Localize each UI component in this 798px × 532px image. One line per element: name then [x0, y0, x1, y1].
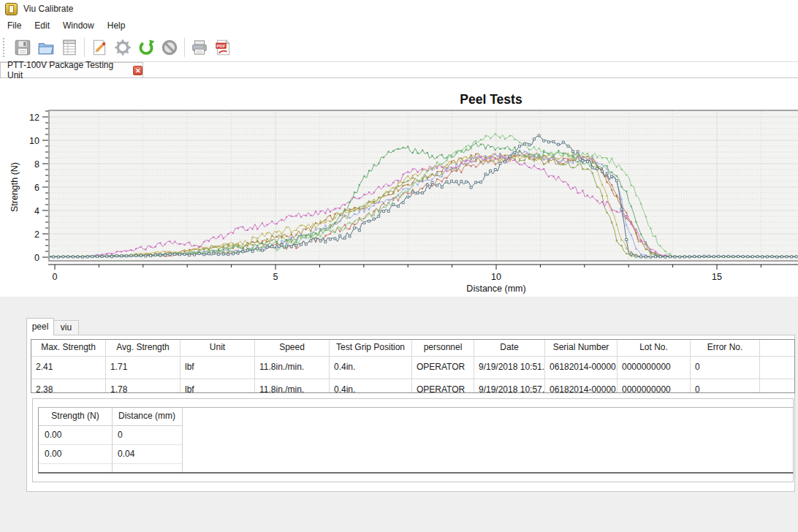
save-button[interactable]	[12, 37, 34, 58]
edit-pencil-icon	[90, 38, 109, 57]
column-header[interactable]: Test Grip Position	[330, 340, 412, 356]
column-header[interactable]: Strength (N)	[39, 408, 112, 425]
window-title: Viu Calibrate	[23, 4, 73, 14]
toolbar: PDF	[0, 34, 798, 62]
detail-row[interactable]: 0.000.04	[39, 445, 183, 464]
cell: 1.71	[106, 357, 180, 379]
svg-text:6: 6	[34, 183, 39, 193]
svg-text:PDF: PDF	[217, 44, 226, 48]
cell: lbf	[180, 357, 255, 379]
column-header[interactable]: Avg. Strength	[106, 340, 180, 356]
cell: 11.8in./min.	[255, 379, 330, 393]
detail-table: Strength (N)Distance (mm)0.0000.000.04	[38, 407, 794, 474]
title-bar: Viu Calibrate	[0, 0, 798, 18]
refresh-button[interactable]	[135, 37, 157, 58]
tab-close-icon[interactable]: ✕	[133, 66, 142, 75]
svg-text:5: 5	[273, 272, 278, 282]
svg-text:0: 0	[34, 253, 39, 263]
menu-window[interactable]: Window	[56, 19, 101, 32]
cell: 2.41	[31, 357, 106, 379]
cell: OPERATOR	[412, 357, 474, 379]
svg-text:2: 2	[34, 229, 39, 240]
svg-text:10: 10	[491, 272, 501, 282]
cell: 0.4in.	[330, 357, 412, 379]
settings-button[interactable]	[112, 37, 134, 58]
column-header[interactable]: Error No.	[691, 340, 760, 356]
detail-header-row: Strength (N)Distance (mm)	[39, 408, 183, 426]
toolbar-grip[interactable]	[3, 38, 7, 57]
app-icon	[5, 3, 18, 15]
cell: 0.4in.	[330, 379, 412, 393]
cell: 0000000000	[618, 357, 691, 379]
cell: 11.8in./min.	[255, 357, 330, 379]
column-header[interactable]: Unit	[180, 340, 255, 356]
tab-viu[interactable]: viu	[54, 320, 79, 335]
menu-bar: File Edit Window Help	[0, 18, 798, 34]
table-header-row: Max. StrengthAvg. StrengthUnitSpeedTest …	[31, 340, 795, 357]
cell: 0	[112, 426, 182, 444]
pdf-icon: PDF	[213, 38, 232, 57]
cancel-button[interactable]	[159, 37, 180, 58]
toolbar-separator	[184, 38, 185, 57]
open-folder-icon	[37, 38, 56, 57]
svg-text:Peel Tests: Peel Tests	[460, 92, 522, 107]
svg-text:8: 8	[34, 159, 39, 170]
peel-table: Max. StrengthAvg. StrengthUnitSpeedTest …	[31, 339, 795, 393]
svg-text:4: 4	[34, 206, 39, 216]
tab-ptt-100v[interactable]: PTT-100V Package Testing Unit ✕	[0, 62, 143, 77]
cell: 9/19/2018 10:51...	[474, 357, 545, 379]
column-header[interactable]: personnel	[412, 340, 474, 356]
cell: 0	[691, 379, 760, 393]
svg-text:15: 15	[712, 272, 722, 282]
refresh-icon	[137, 38, 156, 57]
print-icon	[190, 38, 209, 57]
cell: 2.38	[31, 379, 106, 393]
cancel-icon	[160, 38, 179, 57]
table-row[interactable]: 2.381.78lbf11.8in./min.0.4in.OPERATOR9/1…	[31, 379, 795, 393]
cell: OPERATOR	[412, 379, 474, 393]
tab-peel[interactable]: peel	[26, 318, 54, 335]
cell: 9/19/2018 10:57...	[474, 379, 545, 393]
cell: lbf	[180, 379, 255, 393]
column-header[interactable]: Max. Strength	[31, 340, 106, 356]
open-button[interactable]	[35, 37, 57, 58]
settings-gear-icon	[113, 38, 132, 57]
document-tabstrip: PTT-100V Package Testing Unit ✕	[0, 62, 798, 78]
report-sheet-icon	[60, 38, 79, 57]
svg-text:10: 10	[29, 136, 39, 146]
cell: 0.00	[39, 445, 112, 463]
table-row[interactable]: 2.411.71lbf11.8in./min.0.4in.OPERATOR9/1…	[31, 357, 795, 379]
print-button[interactable]	[189, 37, 210, 58]
column-header[interactable]: Date	[474, 340, 545, 356]
menu-edit[interactable]: Edit	[28, 19, 56, 32]
export-pdf-button[interactable]: PDF	[212, 37, 234, 58]
svg-text:12: 12	[29, 113, 39, 123]
save-icon	[13, 38, 32, 57]
edit-button[interactable]	[88, 37, 110, 58]
menu-help[interactable]: Help	[101, 19, 132, 32]
svg-text:Strength (N): Strength (N)	[10, 162, 20, 212]
cell: 06182014-00000...	[545, 357, 618, 379]
cell: 06182014-00000...	[545, 379, 618, 393]
cell: 0000000000	[618, 379, 691, 393]
column-header[interactable]: Serial Number	[545, 340, 618, 356]
svg-text:0: 0	[53, 272, 58, 282]
svg-text:Distance (mm): Distance (mm)	[466, 284, 525, 294]
report-button[interactable]	[58, 37, 80, 58]
cell: 1.78	[106, 379, 180, 393]
menu-file[interactable]: File	[0, 19, 28, 32]
column-header[interactable]: Distance (mm)	[112, 408, 182, 425]
detail-row[interactable]: 0.000	[39, 426, 183, 445]
cell: 0.00	[39, 426, 112, 444]
cell: 0	[691, 357, 760, 379]
peel-tests-chart: 024681012051015Peel TestsDistance (mm)St…	[0, 77, 798, 297]
toolbar-separator	[84, 38, 85, 57]
column-header[interactable]: Speed	[255, 340, 330, 356]
cell: 0.04	[112, 445, 182, 463]
column-header[interactable]: Lot No.	[618, 340, 691, 356]
